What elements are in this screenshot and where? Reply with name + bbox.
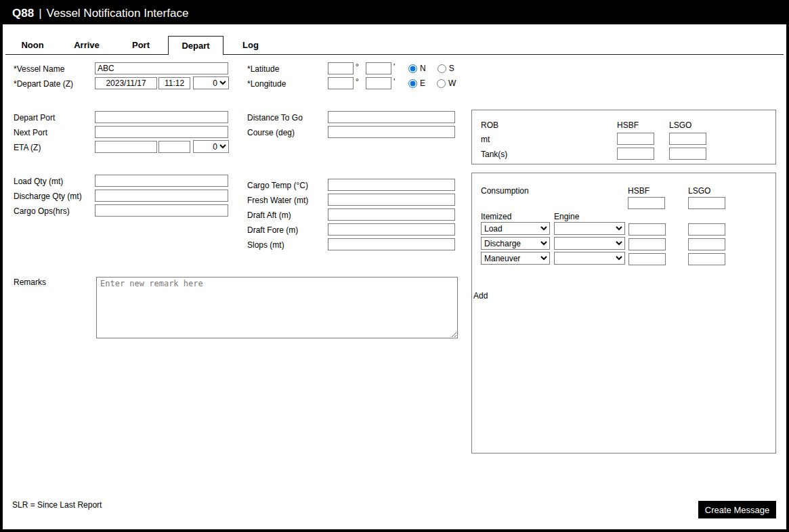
longitude-hemisphere-group: E W (408, 78, 456, 89)
latitude-south-label: S (449, 64, 454, 73)
longitude-minutes-input[interactable] (366, 77, 391, 89)
depart-offset-select[interactable]: 0 (193, 76, 229, 89)
engine-select-1[interactable] (554, 222, 625, 235)
cargo-ops-input[interactable] (95, 204, 228, 217)
latitude-minutes-input[interactable] (366, 62, 391, 74)
slr-note: SLR = Since Last Report (12, 500, 102, 510)
consumption-lsgo-input-1[interactable] (688, 223, 725, 236)
discharge-qty-input[interactable] (95, 190, 228, 202)
slops-input[interactable] (328, 238, 455, 250)
itemized-select-3[interactable]: Maneuver (481, 252, 550, 265)
add-consumption-row-link[interactable]: Add (473, 291, 488, 301)
tab-depart[interactable]: Depart (168, 36, 223, 55)
depart-date-label: *Depart Date (Z) (14, 79, 73, 89)
discharge-qty-label: Discharge Qty (mt) (14, 192, 82, 201)
itemized-header: Itemized (481, 212, 511, 221)
fresh-water-input[interactable] (328, 194, 455, 206)
latitude-minute-symbol: ' (393, 62, 395, 72)
longitude-minute-symbol: ' (393, 77, 395, 87)
consumption-total-lsgo-input[interactable] (688, 197, 725, 209)
app-header: Q88 | Vessel Notification Interface (3, 3, 786, 24)
rob-mt-label: mt (481, 135, 490, 144)
tab-noon[interactable]: Noon (5, 36, 60, 54)
rob-mt-lsgo-input[interactable] (669, 133, 706, 145)
consumption-hsbf-header: HSBF (628, 186, 649, 196)
load-qty-label: Load Qty (mt) (14, 177, 63, 186)
draft-fore-input[interactable] (328, 223, 455, 236)
latitude-north-label: N (420, 64, 426, 73)
remarks-label: Remarks (14, 278, 46, 287)
fresh-water-label: Fresh Water (mt) (247, 196, 308, 205)
itemized-select-1[interactable]: Load (481, 222, 550, 235)
rob-mt-hsbf-input[interactable] (617, 133, 654, 145)
slops-label: Slops (mt) (247, 240, 284, 250)
depart-port-label: Depart Port (14, 113, 55, 123)
engine-header: Engine (554, 212, 579, 221)
depart-port-input[interactable] (95, 111, 228, 123)
consumption-lsgo-input-3[interactable] (688, 253, 725, 265)
longitude-degree-symbol: ° (356, 77, 359, 87)
depart-time-input[interactable] (158, 77, 190, 89)
draft-aft-label: Draft Aft (m) (247, 210, 291, 220)
header-separator: | (39, 7, 41, 20)
rob-tanks-label: Tank(s) (481, 150, 507, 159)
cargo-ops-label: Cargo Ops(hrs) (14, 206, 70, 216)
longitude-label: *Longitude (247, 79, 286, 89)
rob-lsgo-header: LSGO (669, 120, 691, 130)
course-input[interactable] (328, 126, 455, 138)
course-label: Course (deg) (247, 128, 295, 137)
eta-offset-select[interactable]: 0 (193, 140, 229, 153)
rob-title: ROB (481, 120, 498, 130)
tab-bar: Noon Arrive Port Depart Log (5, 36, 784, 55)
consumption-hsbf-input-2[interactable] (628, 238, 666, 250)
vessel-name-input[interactable] (95, 62, 228, 74)
longitude-west-label: W (448, 79, 456, 88)
rob-tanks-lsgo-input[interactable] (669, 148, 706, 160)
app-brand: Q88 (12, 7, 34, 20)
consumption-hsbf-input-3[interactable] (628, 253, 666, 265)
latitude-degree-symbol: ° (356, 62, 359, 72)
load-qty-input[interactable] (95, 175, 228, 187)
next-port-label: Next Port (14, 128, 47, 137)
latitude-south-radio[interactable] (438, 64, 446, 73)
longitude-east-label: E (420, 79, 425, 88)
tab-log[interactable]: Log (223, 36, 278, 54)
consumption-lsgo-header: LSGO (688, 186, 710, 196)
draft-fore-label: Draft Fore (m) (247, 225, 298, 235)
longitude-west-radio[interactable] (437, 79, 446, 88)
tab-port[interactable]: Port (114, 36, 168, 54)
consumption-panel (471, 173, 776, 453)
latitude-label: *Latitude (247, 64, 279, 74)
itemized-select-2[interactable]: Discharge (481, 237, 550, 250)
engine-select-2[interactable] (554, 237, 625, 250)
page-title: Vessel Notification Interface (47, 7, 189, 20)
consumption-total-hsbf-input[interactable] (628, 197, 665, 209)
depart-date-input[interactable] (95, 77, 157, 89)
app-window: Q88 | Vessel Notification Interface Noon… (0, 0, 789, 532)
longitude-degrees-input[interactable] (328, 77, 354, 89)
latitude-hemisphere-group: N S (408, 63, 454, 74)
remarks-textarea[interactable] (96, 277, 458, 338)
eta-time-input[interactable] (158, 141, 190, 153)
distance-to-go-label: Distance To Go (247, 113, 303, 123)
eta-date-input[interactable] (95, 141, 157, 153)
longitude-east-radio[interactable] (408, 79, 417, 88)
draft-aft-input[interactable] (328, 208, 455, 221)
create-message-button[interactable]: Create Message (698, 501, 776, 518)
rob-hsbf-header: HSBF (617, 120, 639, 130)
engine-select-3[interactable] (554, 252, 625, 265)
latitude-north-radio[interactable] (408, 64, 417, 73)
distance-to-go-input[interactable] (328, 111, 455, 123)
rob-tanks-hsbf-input[interactable] (617, 148, 654, 160)
cargo-temp-label: Cargo Temp (°C) (247, 181, 308, 190)
consumption-lsgo-input-2[interactable] (688, 238, 725, 250)
consumption-title: Consumption (481, 186, 529, 196)
consumption-hsbf-input-1[interactable] (628, 223, 666, 236)
cargo-temp-input[interactable] (328, 179, 455, 191)
tab-arrive[interactable]: Arrive (60, 36, 114, 54)
next-port-input[interactable] (95, 126, 228, 138)
eta-label: ETA (Z) (14, 143, 41, 152)
vessel-name-label: *Vessel Name (14, 64, 64, 74)
latitude-degrees-input[interactable] (328, 62, 354, 74)
